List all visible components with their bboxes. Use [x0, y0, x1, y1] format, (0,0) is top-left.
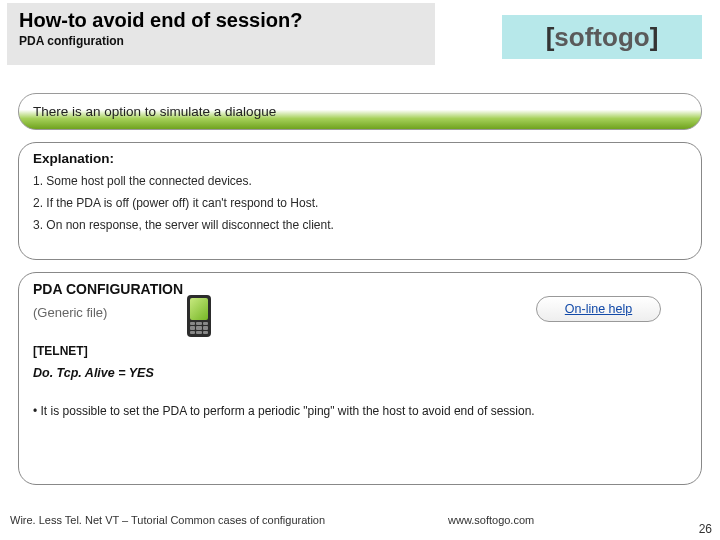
logo-text: [softogo]: [546, 22, 659, 53]
page-title: How-to avoid end of session?: [19, 9, 423, 32]
explanation-line-2: 2. If the PDA is off (power off) it can'…: [33, 196, 687, 210]
phone-icon: [187, 295, 211, 337]
page-subtitle: PDA configuration: [19, 34, 423, 48]
config-panel: PDA CONFIGURATION (Generic file) On-line…: [18, 272, 702, 485]
intro-banner: There is an option to simulate a dialogu…: [18, 93, 702, 130]
explanation-line-1: 1. Some host poll the connected devices.: [33, 174, 687, 188]
explanation-line-3: 3. On non response, the server will disc…: [33, 218, 687, 232]
footer-left: Wire. Less Tel. Net VT – Tutorial Common…: [10, 514, 325, 526]
footer-url: www.softogo.com: [448, 514, 534, 526]
explanation-panel: Explanation: 1. Some host poll the conne…: [18, 142, 702, 260]
setting-line: Do. Tcp. Alive = YES: [33, 366, 687, 380]
online-help-link[interactable]: On-line help: [536, 296, 661, 322]
page-number: 26: [699, 522, 712, 536]
explanation-heading: Explanation:: [33, 151, 687, 166]
header-bar: How-to avoid end of session? PDA configu…: [7, 3, 435, 65]
intro-text: There is an option to simulate a dialogu…: [33, 104, 276, 119]
config-bullet: • It is possible to set the PDA to perfo…: [33, 404, 687, 418]
config-heading: PDA CONFIGURATION: [33, 281, 687, 297]
telnet-section: [TELNET]: [33, 344, 687, 358]
logo: [softogo]: [502, 15, 702, 59]
